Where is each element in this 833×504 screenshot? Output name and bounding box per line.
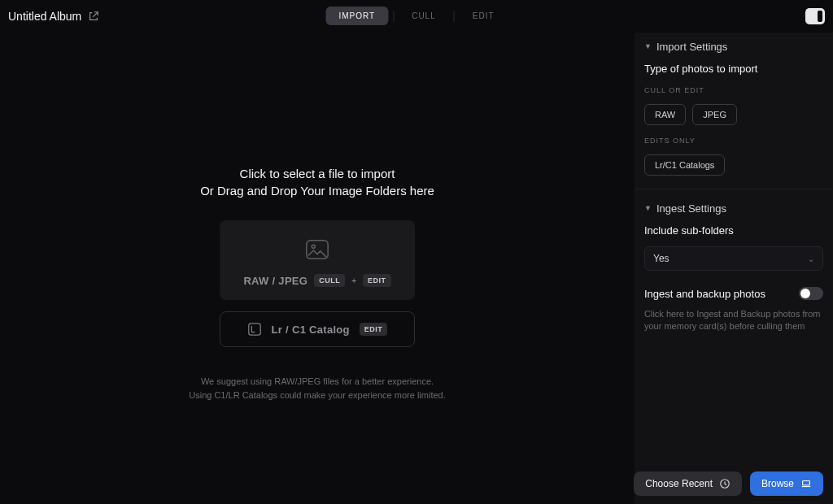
side-actions: Choose Recent Browse — [634, 471, 823, 496]
side-panel: ▼ Import Settings Type of photos to impo… — [635, 33, 833, 504]
type-of-photos-label: Type of photos to import — [644, 63, 823, 75]
tab-separator — [454, 11, 455, 22]
raw-jpeg-label: RAW / JPEG — [243, 275, 307, 287]
image-icon — [305, 238, 329, 261]
import-settings-header[interactable]: ▼ Import Settings — [644, 41, 823, 53]
drop-card-catalog[interactable]: Lr / C1 Catalog EDIT — [220, 311, 415, 347]
cull-or-edit-label: CULL OR EDIT — [644, 86, 823, 94]
cull-chip: CULL — [314, 274, 345, 287]
edits-only-label: EDITS ONLY — [644, 137, 823, 145]
ingest-backup-label: Ingest and backup photos — [644, 288, 765, 300]
choose-recent-label: Choose Recent — [645, 478, 713, 489]
catalog-icon — [247, 322, 262, 337]
catalogs-button[interactable]: Lr/C1 Catalogs — [644, 154, 725, 176]
hint-line-1: We suggest using RAW/JPEG files for a be… — [189, 375, 445, 389]
laptop-icon — [800, 478, 812, 489]
browse-label: Browse — [761, 478, 794, 489]
toggle-side-panel-button[interactable] — [805, 8, 825, 24]
svg-rect-4 — [803, 481, 810, 485]
chevron-down-icon: ▼ — [644, 204, 652, 212]
ingest-backup-toggle[interactable] — [799, 287, 823, 300]
ingest-backup-description: Click here to Ingest and Backup photos f… — [644, 308, 823, 333]
hint-line-2: Using C1/LR Catalogs could make your exp… — [189, 389, 445, 402]
chevron-down-icon: ▼ — [644, 42, 652, 50]
workspace-hint: We suggest using RAW/JPEG files for a be… — [189, 375, 445, 402]
svg-point-1 — [312, 245, 315, 248]
edits-only-row: Lr/C1 Catalogs — [644, 154, 823, 176]
plus-icon: + — [351, 276, 356, 285]
top-bar: Untitled Album IMPORT CULL EDIT — [0, 0, 833, 33]
workspace-heading-1: Click to select a file to import — [240, 167, 395, 180]
tab-cull[interactable]: CULL — [399, 7, 449, 25]
browse-button[interactable]: Browse — [750, 471, 823, 496]
clock-icon — [719, 478, 731, 489]
album-title: Untitled Album — [8, 10, 81, 23]
mode-tabs: IMPORT CULL EDIT — [325, 7, 507, 25]
edit-chip: EDIT — [360, 323, 388, 336]
cull-or-edit-row: RAW JPEG — [644, 104, 823, 125]
svg-rect-2 — [248, 324, 259, 335]
main: Click to select a file to import Or Drag… — [0, 33, 833, 504]
toggle-knob — [800, 289, 810, 298]
tab-import[interactable]: IMPORT — [325, 7, 388, 25]
panel-toggle-icon — [818, 11, 822, 22]
open-external-icon[interactable] — [88, 11, 99, 22]
choose-recent-button[interactable]: Choose Recent — [634, 471, 742, 496]
edit-chip: EDIT — [363, 274, 391, 287]
raw-button[interactable]: RAW — [644, 104, 686, 125]
drop-card-raw-jpeg[interactable]: RAW / JPEG CULL + EDIT — [220, 220, 415, 300]
include-subfolders-select[interactable]: Yes ⌄ — [644, 246, 823, 271]
select-value: Yes — [653, 253, 669, 264]
section-divider — [635, 189, 833, 189]
workspace-heading-2: Or Drag and Drop Your Image Folders here — [200, 184, 434, 198]
tab-edit[interactable]: EDIT — [460, 7, 508, 25]
ingest-backup-row: Ingest and backup photos — [644, 287, 823, 300]
card-row: RAW / JPEG CULL + EDIT — [243, 274, 390, 287]
tab-separator — [393, 11, 394, 22]
import-settings-title: Import Settings — [656, 41, 727, 53]
import-workspace: Click to select a file to import Or Drag… — [0, 33, 635, 504]
album-title-group: Untitled Album — [8, 10, 99, 23]
ingest-settings-title: Ingest Settings — [656, 202, 726, 215]
catalog-label: Lr / C1 Catalog — [272, 324, 350, 336]
ingest-settings-header[interactable]: ▼ Ingest Settings — [644, 202, 823, 215]
include-subfolders-label: Include sub-folders — [644, 224, 823, 237]
chevron-down-icon: ⌄ — [808, 254, 814, 263]
jpeg-button[interactable]: JPEG — [692, 104, 737, 125]
